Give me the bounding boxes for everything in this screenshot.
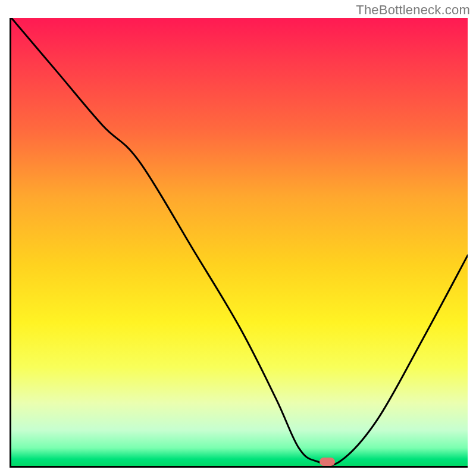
watermark-text: TheBottleneck.com [356, 2, 470, 18]
bottleneck-curve [11, 18, 468, 466]
chart-frame: TheBottleneck.com [0, 0, 476, 476]
optimal-marker [320, 458, 335, 466]
plot-area [10, 18, 468, 468]
